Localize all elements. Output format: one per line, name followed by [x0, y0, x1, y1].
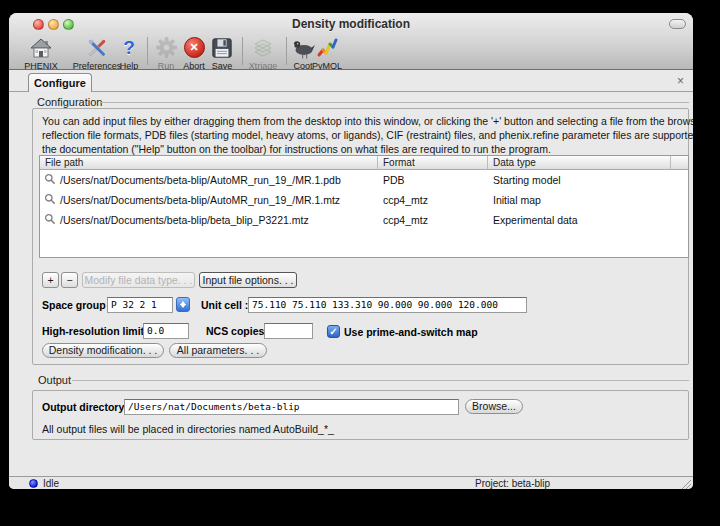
- status-text: Idle: [43, 477, 59, 489]
- table-header-row: File path Format Data type: [40, 156, 688, 170]
- tab-label: Configure: [34, 77, 86, 89]
- section-divider: [72, 380, 689, 381]
- file-path-cell: /Users/nat/Documents/beta-blip/AutoMR_ru…: [60, 194, 340, 206]
- output-panel: Output directory : /Users/nat/Documents/…: [32, 390, 689, 440]
- use-prime-and-switch-label: Use prime-and-switch map: [344, 324, 478, 340]
- space-group-stepper[interactable]: [176, 297, 190, 312]
- section-divider: [101, 102, 689, 103]
- input-file-options-button[interactable]: Input file options. . .: [199, 272, 297, 288]
- tabbar-divider: [9, 91, 693, 92]
- magnifier-icon: [44, 193, 56, 207]
- stepper-down-icon: [180, 304, 186, 308]
- add-file-button[interactable]: +: [42, 272, 59, 288]
- app-window: Density modification PHENIX: [9, 13, 693, 489]
- use-prime-and-switch-checkbox[interactable]: ✓: [327, 325, 340, 338]
- browse-button[interactable]: Browse...: [465, 399, 523, 414]
- file-path-cell: /Users/nat/Documents/beta-blip/AutoMR_ru…: [60, 174, 341, 186]
- help-text-line: the documentation ("Help" button on the …: [42, 143, 551, 155]
- format-cell: ccp4_mtz: [378, 194, 488, 206]
- column-header-format: Format: [378, 156, 488, 169]
- house-icon: [16, 35, 66, 60]
- toolbar-pymol-button[interactable]: PyMOL: [302, 35, 352, 71]
- title-bar: Density modification PHENIX: [9, 13, 693, 70]
- output-note: All output files will be placed in direc…: [42, 423, 334, 435]
- pymol-ribbon-icon: [302, 35, 352, 60]
- density-modification-button[interactable]: Density modification. . .: [42, 343, 164, 358]
- high-resolution-limit-label: High-resolution limit :: [42, 323, 151, 339]
- table-row[interactable]: /Users/nat/Documents/beta-blip/AutoMR_ru…: [40, 190, 688, 210]
- column-header-data-type: Data type: [488, 156, 671, 169]
- question-mark-icon: ?: [123, 37, 135, 59]
- output-directory-label: Output directory :: [42, 399, 131, 415]
- space-group-label: Space group :: [42, 297, 112, 313]
- status-bar: Idle Project: beta-blip: [9, 476, 693, 489]
- resize-grip[interactable]: [679, 477, 692, 489]
- column-header-file-path: File path: [40, 156, 378, 169]
- input-files-table[interactable]: File path Format Data type /Users/nat/Do…: [39, 155, 689, 258]
- checkmark-icon: ✓: [329, 326, 337, 337]
- ncs-copies-field[interactable]: [264, 323, 313, 339]
- table-row[interactable]: /Users/nat/Documents/beta-blip/beta_blip…: [40, 210, 688, 230]
- status-dot-icon: [29, 479, 38, 488]
- ncs-copies-label: NCS copies :: [206, 323, 271, 339]
- unit-cell-field[interactable]: 75.110 75.110 133.310 90.000 90.000 120.…: [248, 297, 527, 313]
- unit-cell-label: Unit cell :: [201, 297, 248, 313]
- column-header-extra: [671, 156, 688, 169]
- help-text-line: You can add input files by either draggi…: [42, 115, 693, 127]
- output-directory-field[interactable]: /Users/nat/Documents/beta-blip: [124, 399, 459, 415]
- configuration-panel: You can add input files by either draggi…: [32, 108, 689, 365]
- all-parameters-button[interactable]: All parameters. . .: [169, 343, 267, 358]
- high-resolution-limit-field[interactable]: 0.0: [143, 323, 189, 339]
- data-type-cell: Experimental data: [488, 214, 671, 226]
- output-section-title: Output: [38, 374, 71, 386]
- help-text-line: reflection file formats, PDB files (star…: [42, 129, 693, 141]
- window-title: Density modification: [9, 17, 693, 31]
- magnifier-icon: [44, 173, 56, 187]
- configuration-section-title: Configuration: [37, 96, 102, 108]
- data-type-cell: Starting model: [488, 174, 671, 186]
- modify-file-data-type-button[interactable]: Modify file data type. . .: [82, 272, 195, 288]
- format-cell: PDB: [378, 174, 488, 186]
- file-path-cell: /Users/nat/Documents/beta-blip/beta_blip…: [60, 214, 309, 226]
- content-area: Configure × Configuration You can add in…: [9, 70, 693, 476]
- tab-close-icon[interactable]: ×: [677, 74, 684, 88]
- magnifier-icon: [44, 213, 56, 227]
- project-label: Project: beta-blip: [475, 477, 550, 489]
- toolbar-phenix-button[interactable]: PHENIX: [16, 35, 66, 71]
- data-type-cell: Initial map: [488, 194, 671, 206]
- format-cell: ccp4_mtz: [378, 214, 488, 226]
- toolbar-toggle-pill-button[interactable]: [669, 19, 686, 29]
- space-group-field[interactable]: P 32 2 1: [107, 297, 173, 313]
- table-row[interactable]: /Users/nat/Documents/beta-blip/AutoMR_ru…: [40, 170, 688, 190]
- remove-file-button[interactable]: −: [61, 272, 78, 288]
- tab-configure[interactable]: Configure: [28, 73, 92, 92]
